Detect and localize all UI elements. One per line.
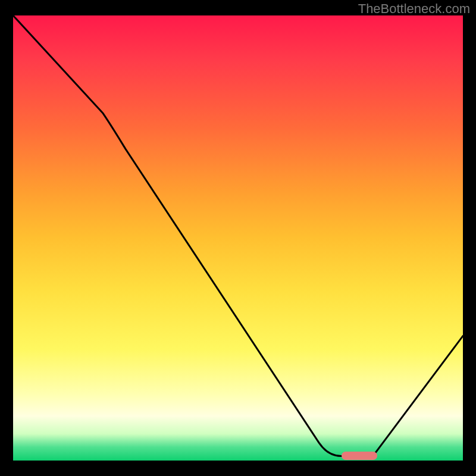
curve-svg bbox=[13, 15, 463, 461]
bottleneck-curve bbox=[13, 15, 463, 456]
chart-container: TheBottleneck.com bbox=[0, 0, 476, 476]
optimal-range-marker bbox=[342, 452, 377, 460]
watermark-text: TheBottleneck.com bbox=[358, 1, 470, 17]
